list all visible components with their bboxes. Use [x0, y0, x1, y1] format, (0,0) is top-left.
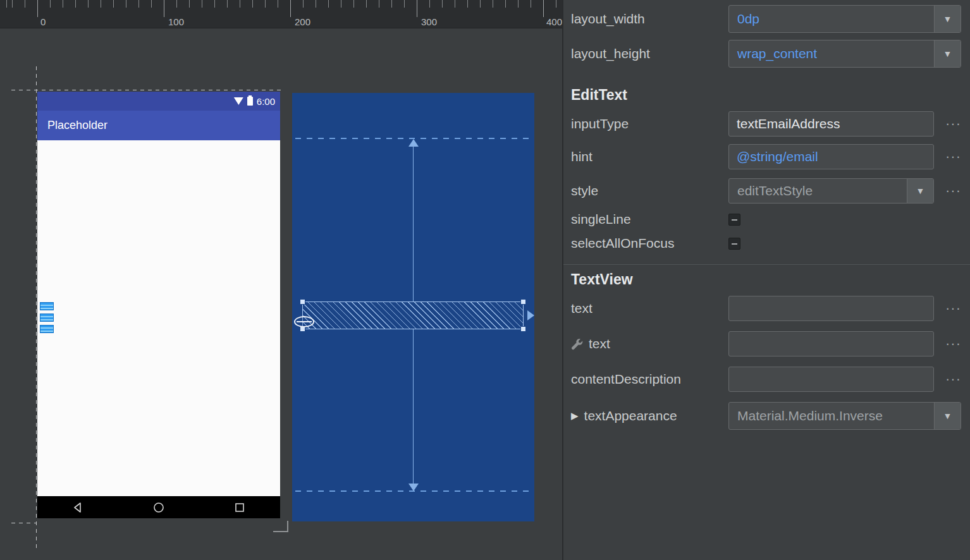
ruler-major-tick: [37, 0, 38, 17]
layout-height-combo[interactable]: wrap_content ▼: [728, 40, 961, 68]
inputtype-field[interactable]: textEmailAddress: [728, 111, 934, 137]
singleline-label: singleLine: [571, 212, 728, 227]
bottom-guide-line: [11, 523, 37, 523]
android-studio-layout-editor: 0 100 200 300 400 6:00 Placeholder: [0, 0, 970, 560]
ruler-major-tick: [290, 0, 291, 17]
ruler-label: 100: [168, 16, 184, 27]
inputtype-more-button[interactable]: ···: [945, 117, 961, 131]
constraint-line-top: [413, 145, 414, 301]
constraint-arrow-up-icon: [408, 139, 419, 147]
textappearance-combo[interactable]: Material.Medium.Inverse ▼: [728, 402, 961, 430]
device-preview[interactable]: 6:00 Placeholder: [37, 92, 280, 518]
tools-text-field[interactable]: [728, 331, 934, 356]
tools-text-more-button[interactable]: ···: [945, 337, 961, 351]
hint-label: hint: [571, 149, 728, 164]
textappearance-value: Material.Medium.Inverse: [729, 408, 883, 423]
chevron-down-icon[interactable]: ▼: [934, 403, 961, 429]
left-guide-line: [36, 66, 37, 550]
constraint-line-bottom: [413, 329, 414, 485]
hint-field[interactable]: @string/email: [728, 144, 934, 169]
resize-handle[interactable]: [300, 299, 305, 305]
nav-back-icon: [71, 501, 84, 514]
singleline-checkbox[interactable]: [728, 214, 740, 226]
status-time: 6:00: [257, 96, 275, 107]
textview-section-header: TextView: [563, 271, 970, 288]
device-status-bar: 6:00: [37, 92, 280, 111]
device-content[interactable]: [37, 140, 280, 496]
ruler-major-tick: [417, 0, 417, 17]
top-guide-line: [11, 90, 281, 90]
ruler-label: 200: [295, 16, 310, 27]
ruler-label: 400: [546, 16, 562, 27]
wrench-icon: [571, 338, 583, 350]
chevron-down-icon[interactable]: ▼: [907, 179, 933, 203]
style-combo[interactable]: editTextStyle ▼: [728, 178, 934, 204]
inputtype-label: inputType: [571, 116, 728, 131]
selected-edittext-handle[interactable]: [40, 313, 54, 322]
app-bar-title: Placeholder: [47, 119, 107, 132]
nav-home-icon: [152, 501, 165, 514]
chevron-down-icon[interactable]: ▼: [934, 6, 961, 32]
style-value: editTextStyle: [729, 183, 813, 198]
inputtype-value: textEmailAddress: [737, 116, 840, 131]
expander-icon[interactable]: ▶: [571, 410, 579, 422]
selected-edittext-handle[interactable]: [40, 325, 54, 333]
textappearance-label: ▶ textAppearance: [571, 408, 728, 423]
app-bar: Placeholder: [37, 111, 280, 140]
ruler-major-tick: [543, 0, 544, 17]
hint-more-button[interactable]: ···: [945, 150, 961, 164]
horizontal-ruler: 0 100 200 300 400: [0, 0, 562, 28]
indeterminate-mark: [732, 219, 737, 221]
ruler-label: 0: [40, 16, 46, 27]
resize-handle[interactable]: [520, 299, 526, 305]
ruler-ticks: [0, 0, 562, 8]
layout-height-label: layout_height: [571, 46, 728, 61]
device-nav-bar: [37, 496, 280, 518]
text-more-button[interactable]: ···: [945, 301, 961, 315]
properties-panel: layout_width 0dp ▼ layout_height wrap_co…: [563, 0, 970, 560]
chevron-down-icon[interactable]: ▼: [934, 40, 961, 67]
layout-width-value: 0dp: [729, 11, 759, 27]
battery-icon: [247, 97, 253, 106]
section-divider: [563, 264, 970, 265]
indeterminate-mark: [732, 243, 737, 245]
selectallonfocus-label: selectAllOnFocus: [571, 236, 728, 251]
selectallonfocus-checkbox[interactable]: [728, 238, 740, 250]
baseline-anchor[interactable]: [294, 316, 314, 327]
wifi-icon: [234, 97, 243, 105]
constraint-arrow-right-icon: [527, 310, 534, 320]
hint-value: @string/email: [737, 149, 818, 164]
ruler-label: 300: [421, 16, 437, 27]
ruler-major-tick: [164, 0, 164, 17]
contentdescription-field[interactable]: [728, 367, 934, 392]
layout-width-label: layout_width: [571, 11, 728, 27]
contentdescription-label: contentDescription: [571, 372, 728, 387]
design-surface[interactable]: 0 100 200 300 400 6:00 Placeholder: [0, 0, 562, 560]
constraint-arrow-down-icon: [408, 484, 419, 491]
layout-width-combo[interactable]: 0dp ▼: [728, 5, 961, 33]
layout-height-value: wrap_content: [729, 46, 817, 61]
style-label: style: [571, 183, 728, 198]
blueprint-preview[interactable]: [292, 93, 534, 521]
contentdescription-more-button[interactable]: ···: [945, 372, 961, 386]
style-more-button[interactable]: ···: [945, 184, 961, 198]
nav-recents-icon: [233, 501, 246, 514]
selected-edittext-handle[interactable]: [40, 302, 54, 310]
text-label: text: [571, 301, 728, 316]
resize-handle[interactable]: [520, 326, 526, 332]
edittext-blueprint[interactable]: [302, 301, 524, 329]
edittext-section-header: EditText: [563, 87, 970, 104]
resize-corner-handle[interactable]: [273, 521, 288, 532]
text-field[interactable]: [728, 296, 934, 321]
tools-text-label: text: [571, 336, 728, 351]
